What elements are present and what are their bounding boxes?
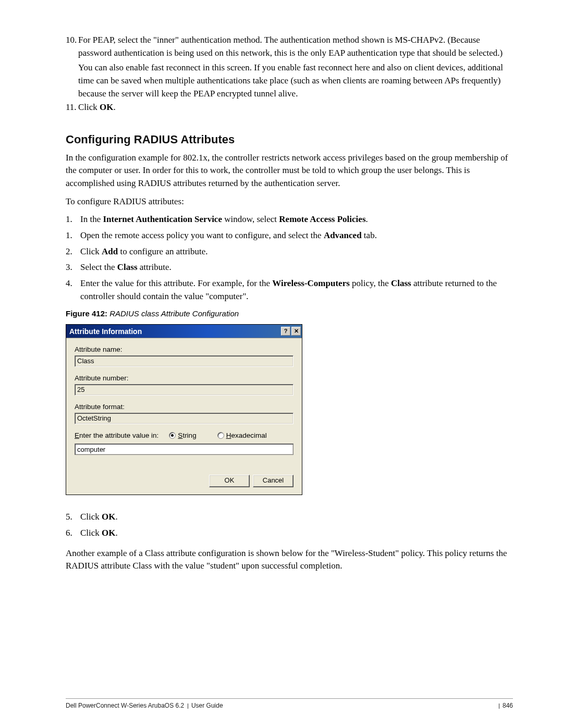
step-11-suffix: . [114, 102, 116, 112]
radio-prefix-rest: nter the attribute value in: [79, 431, 158, 439]
txt: Click [80, 528, 102, 538]
attribute-number-label: Attribute number: [75, 374, 293, 382]
footer-page-number: 846 [503, 702, 513, 709]
step-10-p1: For PEAP, select the "inner" authenticat… [78, 34, 513, 59]
page-footer: Dell PowerConnect W-Series ArubaOS 6.2 U… [0, 698, 563, 709]
figure-caption: Figure 412: RADIUS class Attribute Confi… [66, 309, 513, 318]
radio-hex-label: Hexadecimal [226, 431, 267, 439]
txt-bold: Remote Access Policies [279, 214, 365, 224]
txt-bold: Advanced [324, 230, 362, 240]
figure-caption-text: RADIUS class Attribute Configuration [107, 309, 239, 318]
radio-string[interactable]: String [169, 431, 196, 439]
step-number: 11. [66, 101, 78, 114]
txt: attribute. [138, 262, 172, 272]
step-body: Click Add to configure an attribute. [80, 245, 513, 258]
close-button[interactable]: ✕ [291, 327, 301, 336]
txt-bold: OK [102, 512, 115, 522]
step-11-prefix: Click [78, 102, 100, 112]
step-body: Click OK. [80, 511, 513, 524]
footer-product: Dell PowerConnect W-Series ArubaOS 6.2 [66, 702, 184, 709]
txt: Enter the value for this attribute. For … [80, 278, 272, 288]
txt: Select the [80, 262, 117, 272]
dialog-button-row: OK Cancel [75, 475, 293, 487]
config-step-4: 4. Enter the value for this attribute. F… [66, 277, 513, 303]
txt-bold: OK [102, 528, 115, 538]
dialog-title: Attribute Information [69, 327, 142, 336]
step-number: 1. [66, 229, 77, 242]
step-10: 10. For PEAP, select the "inner" authent… [66, 34, 513, 100]
step-number: 4. [66, 277, 77, 303]
footer-left: Dell PowerConnect W-Series ArubaOS 6.2 U… [66, 702, 223, 709]
config-step-1a: 1. In the Internet Authentication Servic… [66, 213, 513, 226]
step-number: 3. [66, 261, 77, 274]
section-heading: Configuring RADIUS Attributes [66, 133, 513, 146]
numbered-steps-continued: 10. For PEAP, select the "inner" authent… [66, 34, 513, 114]
txt: Click [80, 246, 102, 256]
step-number: 10. [66, 34, 78, 100]
outro-paragraph: Another example of a Class attribute con… [66, 547, 513, 573]
attribute-name-field: Class [75, 355, 293, 367]
config-steps: 1. In the Internet Authentication Servic… [66, 213, 513, 303]
step-body: Click OK. [78, 101, 513, 114]
txt: In the [80, 214, 103, 224]
attribute-format-label: Attribute format: [75, 403, 293, 411]
footer-divider-icon [188, 704, 188, 709]
footer-guide: User Guide [191, 702, 223, 709]
config-step-3: 3. Select the Class attribute. [66, 261, 513, 274]
step-body: Enter the value for this attribute. For … [80, 277, 513, 303]
txt: window, select [222, 214, 279, 224]
radio-dot-icon [171, 434, 174, 437]
step-6: 6. Click OK. [66, 527, 513, 540]
attribute-value-input[interactable] [75, 443, 293, 455]
cancel-button[interactable]: Cancel [253, 475, 293, 487]
ok-button[interactable]: OK [209, 475, 250, 487]
txt: to configure an attribute. [118, 246, 207, 256]
attribute-name-label: Attribute name: [75, 346, 293, 353]
txt: Click [80, 512, 102, 522]
page-content: 10. For PEAP, select the "inner" authent… [0, 0, 563, 604]
step-number: 6. [66, 527, 77, 540]
step-body: Open the remote access policy you want t… [80, 229, 513, 242]
radio-string-label: String [178, 431, 196, 439]
txt: . [116, 512, 118, 522]
radio-hex-rest: exadecimal [231, 431, 266, 439]
dialog-titlebar[interactable]: Attribute Information ? ✕ [66, 325, 302, 338]
step-5: 5. Click OK. [66, 511, 513, 524]
txt-bold: Wireless-Computers [272, 278, 350, 288]
step-body: In the Internet Authentication Service w… [80, 213, 513, 226]
step-number: 2. [66, 245, 77, 258]
step-11-text: Click OK. [78, 101, 513, 114]
footer-rule [66, 698, 513, 699]
step-body: For PEAP, select the "inner" authenticat… [78, 34, 513, 100]
txt-bold: Add [102, 246, 118, 256]
footer-divider-icon [499, 704, 499, 709]
followup-steps: 5. Click OK. 6. Click OK. [66, 511, 513, 539]
txt: policy, the [350, 278, 391, 288]
txt-bold: Internet Authentication Service [103, 214, 222, 224]
step-number: 1. [66, 213, 77, 226]
underline-H: H [226, 431, 231, 439]
config-step-1b: 1. Open the remote access policy you wan… [66, 229, 513, 242]
txt-bold: Class [391, 278, 411, 288]
radio-prefix-label: Enter the attribute value in: [75, 431, 158, 439]
txt: . [116, 528, 118, 538]
txt-bold: Class [117, 262, 138, 272]
txt: . [366, 214, 368, 224]
step-10-p2: You can also enable fast reconnect in th… [78, 61, 513, 100]
footer-right: 846 [497, 702, 513, 709]
attribute-format-field: OctetString [75, 413, 293, 424]
radio-hexadecimal[interactable]: Hexadecimal [217, 431, 267, 439]
step-11: 11. Click OK. [66, 101, 513, 114]
help-button[interactable]: ? [281, 327, 290, 336]
attribute-information-dialog: Attribute Information ? ✕ Attribute name… [66, 324, 302, 495]
txt: Open the remote access policy you want t… [80, 230, 324, 240]
radio-row: Enter the attribute value in: String Hex… [75, 431, 293, 439]
config-step-2: 2. Click Add to configure an attribute. [66, 245, 513, 258]
txt: tab. [362, 230, 377, 240]
step-number: 5. [66, 511, 77, 524]
figure-label: Figure 412: [66, 309, 107, 318]
radio-icon [169, 432, 176, 439]
intro-paragraph: In the configuration example for 802.1x,… [66, 152, 513, 190]
step-body: Click OK. [80, 527, 513, 540]
step-body: Select the Class attribute. [80, 261, 513, 274]
